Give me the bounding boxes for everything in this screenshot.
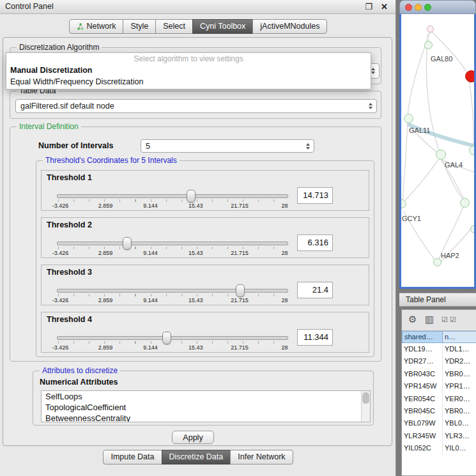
tick-label: -3.426 [52, 344, 69, 351]
network-node[interactable] [470, 225, 476, 233]
threshold-slider[interactable] [57, 332, 288, 344]
zoom-traffic-light-icon[interactable] [424, 4, 431, 11]
tab-cyni-toolbox[interactable]: Cyni Toolbox [192, 19, 253, 34]
slider-thumb-icon[interactable] [162, 332, 171, 344]
network-node[interactable] [436, 150, 446, 160]
algorithm-option-equal-width-frequency[interactable]: Equal Width/Frequency Discretization [6, 76, 371, 88]
column-header-shared-name[interactable]: shared… [402, 331, 443, 343]
threshold-value-field[interactable]: 21.4 [297, 282, 333, 298]
table-row[interactable]: YER054C YER0… [402, 393, 476, 405]
select-all-check-icon[interactable]: ☑ [441, 316, 448, 324]
cell-name[interactable]: YDR2… [443, 355, 476, 367]
network-node[interactable] [424, 41, 433, 49]
tick-label: 21.715 [231, 250, 249, 256]
table-row[interactable]: YBR043C YBR0… [402, 368, 476, 380]
attribute-list-item[interactable]: SelfLoops [42, 391, 370, 402]
slider-track[interactable] [57, 194, 288, 198]
tab-style[interactable]: Style [123, 19, 156, 34]
float-window-icon[interactable]: ❐ [365, 0, 372, 13]
tab-discretize-data[interactable]: Discretize Data [162, 450, 231, 464]
tab-select[interactable]: Select [155, 19, 193, 34]
columns-icon[interactable]: ▥ [425, 314, 434, 325]
slider-track[interactable] [57, 336, 288, 340]
tick-label: 15.43 [188, 344, 203, 351]
minimize-traffic-light-icon[interactable] [415, 4, 422, 11]
slider-track[interactable] [57, 289, 288, 293]
number-of-intervals-combobox[interactable]: 5 [141, 139, 314, 153]
column-header-name[interactable]: n… [443, 331, 476, 343]
attribute-list-item[interactable]: BetweennessCentrality [42, 413, 370, 422]
cell-name[interactable]: YDL1… [443, 343, 476, 355]
cell-shared-name[interactable]: YDR27… [402, 355, 443, 367]
bottom-tab-bar: Impute Data Discretize Data Infer Networ… [0, 450, 396, 464]
cell-shared-name[interactable]: YDL19… [402, 343, 443, 355]
discretization-algorithm-group-title: Discretization Algorithm [17, 43, 102, 52]
cell-shared-name[interactable]: YIL052C [402, 442, 443, 454]
table-row[interactable]: YDL19… YDL1… [402, 343, 476, 355]
cell-name[interactable]: YBR0… [443, 405, 476, 417]
cell-shared-name[interactable]: YBR043C [402, 368, 443, 380]
tab-infer-network[interactable]: Infer Network [230, 450, 293, 464]
cell-name[interactable]: YLR3… [443, 430, 476, 442]
list-scrollbar[interactable] [361, 391, 370, 422]
cell-name[interactable]: YBL0… [443, 417, 476, 429]
attribute-list-item[interactable]: TopologicalCoefficient [42, 402, 370, 413]
table-data-combobox[interactable]: galFiltered.sif default node [15, 99, 377, 113]
tab-impute-data[interactable]: Impute Data [103, 450, 162, 464]
network-node[interactable] [465, 70, 476, 82]
close-icon[interactable]: ✕ [381, 0, 388, 13]
slider-track[interactable] [57, 242, 288, 245]
slider-tick-labels: -3.426 2.859 9.144 15.43 21.715 28 [57, 250, 288, 257]
control-panel-titlebar[interactable]: Control Panel ❐ ✕ [0, 0, 395, 14]
algorithm-dropdown-popup: Select algorithm to view settings Manual… [6, 52, 371, 89]
threshold-value-field[interactable]: 14.713 [297, 187, 333, 204]
table-row[interactable]: YBL079W YBL0… [402, 417, 476, 429]
cell-name[interactable]: YPR1… [443, 380, 476, 392]
cell-name[interactable]: YER0… [443, 393, 476, 405]
table-row[interactable]: YBR045C YBR0… [402, 405, 476, 417]
table-row[interactable]: YDR27… YDR2… [402, 355, 476, 367]
cell-shared-name[interactable]: YLR345W [402, 430, 443, 442]
network-node[interactable] [469, 146, 476, 155]
cell-name[interactable]: YBR0… [443, 368, 476, 380]
table-panel-titlebar[interactable]: Table Panel [399, 293, 476, 307]
cell-shared-name[interactable]: YBR045C [402, 405, 443, 417]
edge [403, 121, 408, 203]
numerical-attributes-list[interactable]: SelfLoops TopologicalCoefficient Between… [41, 390, 371, 422]
slider-thumb-icon[interactable] [123, 237, 132, 250]
interval-definition-group-title: Interval Definition [17, 122, 81, 131]
threshold-label: Threshold 4 [47, 315, 92, 324]
algorithm-option-manual-discretization[interactable]: Manual Discretization [6, 65, 371, 76]
tick-label: 21.715 [231, 203, 249, 209]
cell-shared-name[interactable]: YER054C [402, 393, 443, 405]
slider-thumb-icon[interactable] [187, 190, 196, 203]
tab-jactivemnodules[interactable]: jActiveMNodules [252, 19, 327, 34]
cell-shared-name[interactable]: YPR145W [402, 380, 443, 392]
network-node[interactable] [404, 114, 413, 123]
gear-icon[interactable]: ⚙ [408, 314, 417, 325]
threshold-slider[interactable] [57, 237, 288, 250]
algorithm-placeholder-option[interactable]: Select algorithm to view settings [6, 53, 371, 65]
close-traffic-light-icon[interactable] [405, 4, 412, 11]
table-row[interactable]: YLR345W YLR3… [402, 430, 476, 442]
table-row[interactable]: YPR145W YPR1… [402, 380, 476, 392]
threshold-slider[interactable] [57, 284, 288, 297]
threshold-slider[interactable] [57, 190, 288, 203]
tick-label: 9.144 [143, 203, 158, 209]
node-label: GAL4 [445, 161, 463, 169]
tab-network[interactable]: Network [69, 19, 124, 34]
network-canvas[interactable]: GAL80 GAL11 GAL4 GCY1 HAP2 [399, 14, 476, 289]
threshold-value-field[interactable]: 6.316 [297, 234, 333, 251]
apply-button[interactable]: Apply [172, 431, 214, 444]
select-check-icon[interactable]: ☑ [450, 316, 456, 324]
cell-name[interactable]: YIL0… [443, 442, 476, 454]
network-node[interactable] [427, 26, 434, 33]
threshold-value-field[interactable]: 11.344 [297, 329, 333, 346]
scrollbar-thumb[interactable] [362, 392, 369, 404]
attributes-group-title: Attributes to discretize [40, 366, 120, 375]
network-node[interactable] [460, 198, 470, 208]
network-view-titlebar[interactable] [399, 0, 476, 14]
slider-thumb-icon[interactable] [236, 284, 245, 297]
cell-shared-name[interactable]: YBL079W [402, 417, 443, 429]
table-row[interactable]: YIL052C YIL0… [402, 442, 476, 454]
